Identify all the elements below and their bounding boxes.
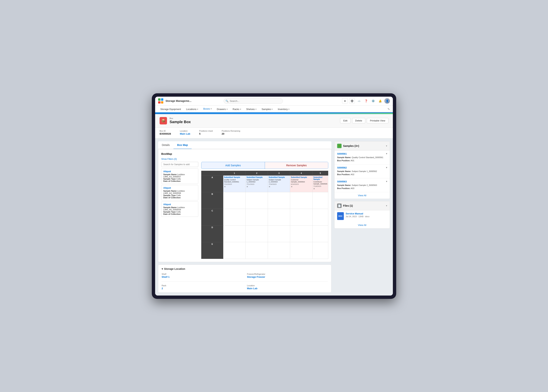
grid-row-C: C: [201, 209, 328, 225]
grid-cell-B4[interactable]: [290, 192, 312, 209]
grid-cell-E2[interactable]: [246, 242, 268, 259]
nav-storage-equipment[interactable]: Storage Equipment: [158, 105, 183, 113]
grid-cell-D5[interactable]: [312, 225, 328, 242]
settings-icon[interactable]: ⚙️: [370, 98, 376, 104]
grid-cell-B5[interactable]: [312, 192, 328, 209]
nav-edit-icon[interactable]: ✎: [388, 107, 390, 111]
grid-cell-D4[interactable]: [290, 225, 312, 242]
storage-shelf-link[interactable]: Shelf 1: [162, 275, 170, 278]
grid-cell-C1[interactable]: [223, 209, 246, 225]
chevron-down-icon[interactable]: ▾: [386, 204, 387, 207]
nav-boxes[interactable]: Boxes ▾: [201, 105, 214, 113]
storage-location-header[interactable]: ▾ Storage Location: [162, 267, 328, 270]
delete-button[interactable]: Delete: [352, 118, 366, 123]
grid-cell-A3[interactable]: Submitted Sample Subject Sample 2_S00056…: [268, 175, 290, 192]
storage-shelf-field: Shelf Shelf 1: [162, 273, 243, 278]
storage-freezer-label: Freezer/Refrigerator: [247, 273, 328, 275]
user-avatar[interactable]: 👤: [384, 98, 390, 104]
chevron-down-icon: ▾: [197, 108, 198, 110]
add-button[interactable]: ➕: [349, 98, 355, 104]
meta-location-link[interactable]: Main Lab: [180, 132, 190, 135]
aliquot-type-label: Aliquot: [163, 203, 196, 206]
grid-cell-A4[interactable]: Submitted Sample Customer Sample_S000564…: [290, 175, 312, 192]
chevron-down-icon: ▾: [211, 108, 212, 110]
samples-view-all-link[interactable]: View All: [334, 192, 390, 199]
add-samples-button[interactable]: Add Samples: [201, 162, 265, 169]
tab-details[interactable]: Details: [158, 141, 173, 149]
nav-shelves[interactable]: Shelves ▾: [244, 105, 259, 113]
meta-positions-remaining-value: 20: [222, 132, 224, 135]
storage-location-link[interactable]: Main Lab: [247, 287, 257, 290]
meta-box-id-label: Box ID: [160, 130, 171, 132]
app-grid-icon[interactable]: [158, 98, 163, 104]
sample-link-S000561[interactable]: S000561 ▾: [337, 152, 387, 155]
chevron-down-icon[interactable]: ▾: [386, 152, 387, 155]
grid-cell-B1[interactable]: [223, 192, 246, 209]
storage-rack-link[interactable]: 2: [162, 287, 163, 290]
grid-cell-E1[interactable]: [223, 242, 246, 259]
chevron-down-icon: ▾: [272, 108, 272, 110]
cell-remove-icon[interactable]: ✕: [269, 186, 289, 188]
sample-name-row: Sample Name Lockbox: [163, 173, 196, 175]
grid-cell-C4[interactable]: [290, 209, 312, 225]
grid-corner-header: [201, 171, 223, 175]
grid-cell-A1[interactable]: Submitted Sample Quality Control Standar…: [223, 175, 246, 192]
grid-cell-A2[interactable]: Submitted Sample Subject Sample 1_S00056…: [246, 175, 268, 192]
nav-samples[interactable]: Samples ▾: [259, 105, 275, 113]
file-name-link[interactable]: Service Manual: [346, 212, 369, 215]
edit-button[interactable]: Edit: [340, 118, 350, 123]
nav-locations[interactable]: Locations ▾: [184, 105, 200, 113]
samples-card-icon: 🌿: [337, 144, 342, 148]
cell-sample-name: Customer Sample_S000564: [291, 179, 312, 183]
cloud-icon[interactable]: ☁️: [356, 98, 362, 104]
tab-box-map[interactable]: Box Map: [173, 141, 192, 149]
grid-cell-D3[interactable]: [268, 225, 290, 242]
chevron-down-icon[interactable]: ▾: [386, 145, 387, 147]
list-item: Aliquot Sample Name Lockbox LIMS_A3_S000…: [161, 168, 198, 184]
grid-cell-C2[interactable]: [246, 209, 268, 225]
files-view-all-link[interactable]: View All: [334, 222, 390, 228]
chevron-down-icon[interactable]: ▾: [386, 180, 387, 183]
sample-date-row: Date of Collection: [163, 180, 196, 182]
chevron-down-icon: ▾: [162, 267, 163, 270]
help-icon[interactable]: ❓: [363, 98, 369, 104]
chevron-down-icon[interactable]: ▾: [386, 166, 387, 169]
grid-cell-E3[interactable]: [268, 242, 290, 259]
grid-cell-E4[interactable]: [290, 242, 312, 259]
sample-link-S000563[interactable]: S000563 ▾: [337, 180, 387, 183]
nav-drawers[interactable]: Drawers ▾: [215, 105, 229, 113]
favorites-button[interactable]: ★: [342, 98, 348, 104]
search-input[interactable]: [224, 98, 283, 104]
storage-freezer-link[interactable]: Storage Freezer: [247, 275, 265, 278]
app-title: Storage Manageme...: [166, 99, 191, 102]
sample-search-input[interactable]: [161, 162, 198, 167]
grid-col-header-3: 3: [268, 171, 290, 175]
nav-racks[interactable]: Racks ▾: [230, 105, 243, 113]
remove-samples-button[interactable]: Remove Samples: [265, 162, 328, 169]
cell-remove-icon[interactable]: ✕: [246, 186, 267, 188]
cell-remove-icon[interactable]: ✕: [224, 186, 245, 188]
right-panel: 🌿 Samples (3+) ▾ S000561 ▾ Sample Name: …: [334, 141, 390, 293]
grid-cell-D1[interactable]: [223, 225, 246, 242]
sample-entry-S000562: S000562 ▾ Sample Name: Subject Sample 1_…: [334, 164, 390, 178]
grid-cell-C3[interactable]: [268, 209, 290, 225]
cell-sample-name: Subject Sample 1_S000562: [246, 179, 267, 183]
grid-cell-B2[interactable]: [246, 192, 268, 209]
sample-entry-S000561: S000561 ▾ Sample Name: Quality Control S…: [334, 151, 390, 164]
nav-inventory[interactable]: Inventory ▾: [276, 105, 291, 113]
notifications-icon[interactable]: 🔔: [377, 98, 383, 104]
grid-cell-A5[interactable]: Submitted Sample Contributor Sample_S000…: [312, 175, 328, 192]
printable-view-button[interactable]: Printable View: [367, 118, 388, 123]
list-item: Aliquot Sample Name Lockbox LIMS_A4_S000…: [161, 185, 198, 200]
grid-cell-B3[interactable]: [268, 192, 290, 209]
grid-cell-E5[interactable]: [312, 242, 328, 259]
cell-remove-icon[interactable]: ✕: [291, 186, 312, 188]
grid-cell-D2[interactable]: [246, 225, 268, 242]
show-filters-link[interactable]: Show Filters (0): [161, 158, 177, 160]
grid-cell-C5[interactable]: [312, 209, 328, 225]
sample-link-S000562[interactable]: S000562 ▾: [337, 166, 387, 169]
file-entry: DOC Service Manual Jul 24, 2023 · 12KB ·…: [334, 210, 390, 222]
cell-remove-icon[interactable]: ✕: [313, 188, 327, 190]
search-bar-wrapper: 🔍: [224, 98, 283, 104]
breadcrumb: Box: [170, 117, 191, 119]
